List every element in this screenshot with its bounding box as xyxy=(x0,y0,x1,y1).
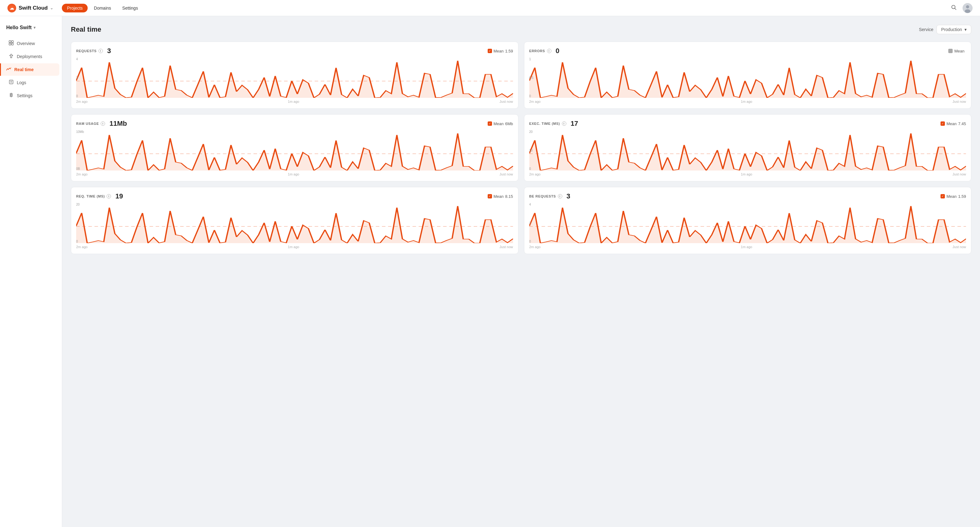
chart-label-text: REQ. TIME (MS) xyxy=(76,194,105,198)
timeline-label: 1m ago xyxy=(288,172,299,176)
chart-svg-exec_time xyxy=(529,130,966,170)
avatar[interactable] xyxy=(963,3,972,13)
chart-label-ram_usage: RAM USAGE i xyxy=(76,121,105,126)
chart-area-requests: 420 xyxy=(76,57,513,98)
chart-wrapper-requests: 4202m ago1m agoJust now xyxy=(76,57,513,103)
chart-area-fill xyxy=(76,61,513,98)
chart-svg-req_time xyxy=(76,203,513,243)
sidebar-item-logs[interactable]: Logs xyxy=(3,76,59,89)
nav-domains-button[interactable]: Domains xyxy=(89,4,116,13)
chart-area-errors: 10.50 xyxy=(529,57,966,98)
sidebar-item-label: Overview xyxy=(17,41,35,46)
chart-current-be_requests: 3 xyxy=(566,192,570,200)
chart-mean-requests: ✓ Mean 1.59 xyxy=(488,49,513,53)
sidebar-item-label: Settings xyxy=(17,93,33,98)
svg-rect-9 xyxy=(10,80,13,84)
chart-current-errors: 0 xyxy=(556,47,560,55)
mean-value-be_requests: 1.59 xyxy=(958,194,966,199)
service-dropdown[interactable]: Production ▾ xyxy=(937,25,971,34)
info-icon[interactable]: i xyxy=(547,49,551,53)
main-nav: Projects Domains Settings xyxy=(62,4,143,13)
mean-label: Mean xyxy=(493,194,504,199)
nav-projects-button[interactable]: Projects xyxy=(62,4,88,13)
chart-svg-requests xyxy=(76,57,513,98)
search-icon[interactable] xyxy=(951,4,957,11)
nav-settings-button[interactable]: Settings xyxy=(117,4,143,13)
chart-wrapper-ram_usage: 10Mb0B2m ago1m agoJust now xyxy=(76,130,513,176)
mean-label: Mean xyxy=(947,194,957,199)
mean-checkbox-ram_usage[interactable]: ✓ xyxy=(488,121,492,126)
timeline-label: Just now xyxy=(953,245,966,249)
sidebar-item-label: Real time xyxy=(14,67,33,72)
svg-line-1 xyxy=(955,8,956,10)
sidebar-project-name: Hello Swift xyxy=(6,25,32,30)
main-header: Real time Service Production ▾ xyxy=(71,25,971,34)
sidebar-item-label: Deployments xyxy=(17,54,42,59)
chart-svg-be_requests xyxy=(529,203,966,243)
mean-label: Mean xyxy=(947,121,957,126)
chart-area-fill xyxy=(76,133,513,170)
mean-value-req_time: 8.15 xyxy=(505,194,513,199)
timeline-label: Just now xyxy=(500,172,513,176)
chart-label-requests: REQUESTS i xyxy=(76,49,103,53)
sidebar: Hello Swift ▾ Overview Deployments Real … xyxy=(0,16,62,527)
sidebar-item-deployments[interactable]: Deployments xyxy=(3,50,59,63)
sidebar-item-settings[interactable]: Settings xyxy=(3,89,59,102)
sidebar-item-label: Logs xyxy=(17,80,26,85)
main-content: Real time Service Production ▾ REQUESTS … xyxy=(62,16,980,527)
chart-svg-ram_usage xyxy=(76,130,513,170)
service-value: Production xyxy=(941,27,962,32)
chart-current-req_time: 19 xyxy=(115,192,123,200)
mean-checkbox-be_requests[interactable]: ✓ xyxy=(940,194,945,198)
chart-mean-errors: Mean xyxy=(948,49,966,53)
info-icon[interactable]: i xyxy=(107,194,111,198)
info-icon[interactable]: i xyxy=(101,121,105,126)
brand-logo[interactable]: ☁ Swift Cloud ⌄ xyxy=(8,4,53,13)
chart-area-exec_time: 20100 xyxy=(529,130,966,170)
chart-wrapper-errors: 10.502m ago1m agoJust now xyxy=(529,57,966,103)
chart-card-exec_time: EXEC. TIME (MS) i17✓ Mean 7.45201002m ag… xyxy=(524,114,972,181)
topnav: ☁ Swift Cloud ⌄ Projects Domains Setting… xyxy=(0,0,980,16)
info-icon[interactable]: i xyxy=(99,49,103,53)
chart-area-fill xyxy=(529,133,966,170)
chart-mean-ram_usage: ✓ Mean 6Mb xyxy=(488,121,513,126)
info-icon[interactable]: i xyxy=(562,121,566,126)
chart-label-text: REQUESTS xyxy=(76,49,97,53)
mean-value-exec_time: 7.45 xyxy=(958,121,966,126)
mean-checkbox-errors[interactable] xyxy=(948,49,953,53)
chart-label-exec_time: EXEC. TIME (MS) i xyxy=(529,121,566,126)
chart-card-requests: REQUESTS i3✓ Mean 1.594202m ago1m agoJus… xyxy=(71,41,519,109)
chart-card-req_time: REQ. TIME (MS) i19✓ Mean 8.152002m ago1m… xyxy=(71,187,519,254)
chart-timeline-requests: 2m ago1m agoJust now xyxy=(76,100,513,103)
mean-checkbox-req_time[interactable]: ✓ xyxy=(488,194,492,198)
timeline-label: Just now xyxy=(953,172,966,176)
chart-area-ram_usage: 10Mb0B xyxy=(76,130,513,170)
sidebar-item-realtime[interactable]: Real time xyxy=(0,63,59,76)
mean-checkbox-requests[interactable]: ✓ xyxy=(488,49,492,53)
timeline-label: 2m ago xyxy=(76,100,88,103)
chart-svg-errors xyxy=(529,57,966,98)
sidebar-project-chevron-icon: ▾ xyxy=(33,25,35,30)
page-title: Real time xyxy=(71,25,101,33)
chart-timeline-ram_usage: 2m ago1m agoJust now xyxy=(76,172,513,176)
timeline-label: 1m ago xyxy=(288,100,299,103)
chart-current-exec_time: 17 xyxy=(571,119,578,128)
sidebar-project[interactable]: Hello Swift ▾ xyxy=(0,22,62,37)
chart-label-text: ERRORS xyxy=(529,49,545,53)
logs-icon xyxy=(9,79,14,86)
sidebar-item-overview[interactable]: Overview xyxy=(3,37,59,50)
chart-mean-req_time: ✓ Mean 8.15 xyxy=(488,194,513,199)
service-label: Service xyxy=(919,27,933,32)
chart-label-text: EXEC. TIME (MS) xyxy=(529,122,560,125)
app-layout: Hello Swift ▾ Overview Deployments Real … xyxy=(0,16,980,527)
info-icon[interactable]: i xyxy=(558,194,562,198)
timeline-label: 2m ago xyxy=(76,172,88,176)
chart-wrapper-be_requests: 4202m ago1m agoJust now xyxy=(529,203,966,249)
chart-wrapper-req_time: 2002m ago1m agoJust now xyxy=(76,203,513,249)
timeline-label: Just now xyxy=(500,100,513,103)
timeline-label: 1m ago xyxy=(741,172,752,176)
chart-area-fill xyxy=(529,206,966,243)
chart-timeline-req_time: 2m ago1m agoJust now xyxy=(76,245,513,249)
svg-point-12 xyxy=(11,94,12,96)
mean-checkbox-exec_time[interactable]: ✓ xyxy=(940,121,945,126)
